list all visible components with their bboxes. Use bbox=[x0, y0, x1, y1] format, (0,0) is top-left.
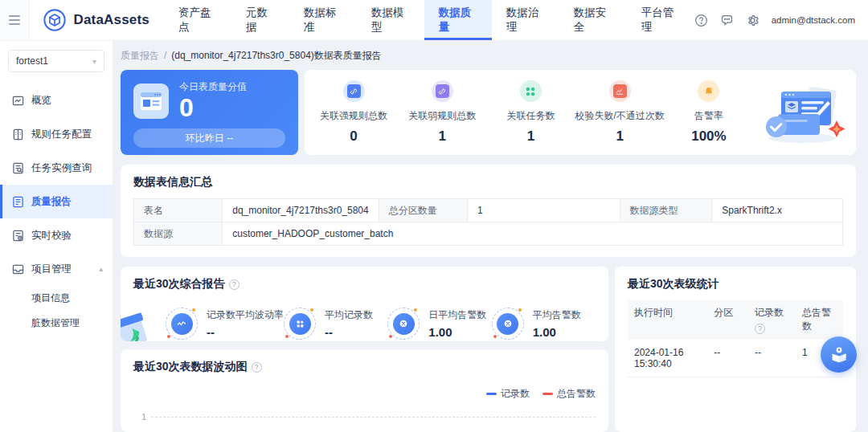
sidebar-item-task-instance-query[interactable]: 任务实例查询 bbox=[0, 151, 113, 185]
info-label-table-name: 表名 bbox=[134, 199, 223, 222]
main-nav: 资产盘点 元数据 数据标准 数据模型 数据质量 数据治理 数据安全 平台管理 bbox=[164, 0, 694, 40]
cell-partition: -- bbox=[707, 340, 748, 377]
metric-label: 平均告警数 bbox=[533, 308, 581, 322]
sidebar-item-overview[interactable]: 概览 bbox=[0, 84, 113, 117]
rule-config-icon bbox=[12, 128, 24, 141]
tab-metadata[interactable]: 元数据 bbox=[231, 0, 289, 40]
tab-data-quality[interactable]: 数据质量 bbox=[424, 0, 492, 40]
metric-label: 平均记录数 bbox=[325, 308, 373, 322]
info-card-title: 数据表信息汇总 bbox=[133, 175, 843, 190]
settings-gear-icon[interactable] bbox=[746, 14, 760, 27]
sidebar-item-rule-task-config[interactable]: 规则任务配置 bbox=[0, 117, 113, 151]
tab-data-security[interactable]: 数据安全 bbox=[559, 0, 627, 40]
stat-weak-rules: 关联弱规则总数 1 bbox=[398, 80, 486, 145]
sidebar-item-label: 质量报告 bbox=[31, 195, 72, 209]
report-window-icon bbox=[133, 84, 169, 119]
tab-platform-management[interactable]: 平台管理 bbox=[627, 0, 694, 40]
chart-card-title: 最近30次表数据波动图 bbox=[133, 360, 248, 374]
sidebar-item-label: 规则任务配置 bbox=[31, 128, 92, 141]
chart-legend: 记录数 总告警数 bbox=[133, 387, 596, 401]
stat-tasks: 关联任务数 1 bbox=[486, 80, 575, 145]
stat-label: 关联任务数 bbox=[506, 109, 555, 123]
sidebar-subitem-project-info[interactable]: 项目信息 bbox=[0, 286, 113, 311]
metric-daily-avg-alerts: 日平均告警数 1.00 bbox=[387, 308, 491, 340]
brand[interactable]: DataAssets bbox=[30, 0, 158, 40]
stat-label: 关联弱规则总数 bbox=[408, 109, 476, 123]
col-records-label: 记录数 bbox=[755, 307, 784, 318]
user-email[interactable]: admin@dtstack.com bbox=[772, 15, 855, 25]
metric-value: -- bbox=[325, 325, 373, 339]
brand-name: DataAssets bbox=[73, 12, 149, 28]
stat-label: 校验失败/不通过次数 bbox=[575, 109, 665, 123]
doc-illustration bbox=[121, 301, 167, 341]
main-content: 质量报告 / (dq_monitor_4j7217ths3r0_5804)数据表… bbox=[113, 41, 868, 432]
tab-data-model[interactable]: 数据模型 bbox=[357, 0, 424, 40]
realtime-validation-icon bbox=[12, 230, 24, 242]
project-management-icon bbox=[12, 263, 24, 275]
summary-card-title: 最近30次综合报告 bbox=[133, 277, 225, 291]
sidebar-subitem-label: 脏数据管理 bbox=[31, 316, 80, 330]
legend-item-total-alerts[interactable]: 总告警数 bbox=[542, 387, 596, 401]
header-right: admin@dtstack.com bbox=[694, 0, 868, 40]
table-info-card: 数据表信息汇总 表名 dq_monitor_4j7217ths3r0_5804 … bbox=[121, 165, 856, 257]
metric-avg-records: 平均记录数 -- bbox=[284, 308, 387, 340]
metric-value: -- bbox=[207, 325, 284, 339]
tab-data-standard[interactable]: 数据标准 bbox=[289, 0, 357, 40]
info-value-partition-count: 1 bbox=[467, 199, 620, 222]
legend-label: 记录数 bbox=[501, 387, 530, 401]
legend-item-records[interactable]: 记录数 bbox=[486, 387, 530, 401]
map-book-icon bbox=[829, 344, 850, 365]
level-card-title: 最近30次表级统计 bbox=[628, 277, 843, 291]
score-label: 今日表质量分值 bbox=[179, 80, 247, 94]
metric-value: 1.00 bbox=[533, 325, 581, 339]
sidebar-subitem-dirty-data-management[interactable]: 脏数据管理 bbox=[0, 311, 113, 336]
info-label-source-type: 数据源类型 bbox=[620, 199, 712, 222]
sidebar-item-project-management[interactable]: 项目管理 ▴ bbox=[0, 252, 113, 286]
help-icon[interactable] bbox=[694, 14, 708, 27]
project-select-value: fortest1 bbox=[16, 55, 48, 67]
sidebar-item-realtime-validation[interactable]: 实时校验 bbox=[0, 218, 113, 252]
sidebar: fortest1 ▾ 概览 规则任务配置 任务实例查询 质量报告 bbox=[0, 41, 113, 432]
metric-avg-alerts: 平均告警数 1.00 bbox=[492, 308, 596, 340]
col-partition: 分区 bbox=[707, 300, 748, 340]
alert-count-icon bbox=[492, 308, 524, 340]
project-select[interactable]: fortest1 ▾ bbox=[8, 50, 104, 72]
fluctuation-chart-card: 最近30次表数据波动图 ? 记录数 总告警数 bbox=[121, 349, 608, 432]
breadcrumb-parent[interactable]: 质量报告 bbox=[121, 49, 159, 63]
help-circle-icon[interactable]: ? bbox=[229, 279, 240, 290]
overview-icon bbox=[12, 95, 24, 107]
guide-map-button[interactable] bbox=[821, 336, 857, 373]
sidebar-subitem-label: 项目信息 bbox=[31, 291, 70, 305]
table-row: 表名 dq_monitor_4j7217ths3r0_5804 总分区数量 1 … bbox=[134, 199, 843, 222]
level-stats-card: 最近30次表级统计 执行时间 分区 记录数 ? 总告警数 2024-01-16 … bbox=[615, 267, 856, 432]
level-stats-table: 执行时间 分区 记录数 ? 总告警数 2024-01-16 15:30:40 -… bbox=[628, 300, 843, 377]
breadcrumb-current: (dq_monitor_4j7217ths3r0_5804)数据表质量报告 bbox=[171, 49, 381, 63]
feedback-icon[interactable] bbox=[720, 14, 734, 27]
col-total-alerts: 总告警数 bbox=[796, 300, 843, 340]
kpi-row: 今日表质量分值 0 环比昨日 -- 关联强规则总数 0 bbox=[121, 70, 856, 155]
info-value-table-name: dq_monitor_4j7217ths3r0_5804 bbox=[223, 199, 379, 222]
lower-section: 最近30次综合报告 ? 记录数平均波动率 -- bbox=[121, 267, 856, 432]
table-header-row: 执行时间 分区 记录数 ? 总告警数 bbox=[628, 300, 843, 340]
tab-asset-inventory[interactable]: 资产盘点 bbox=[164, 0, 231, 40]
alert-bell-icon bbox=[698, 80, 719, 102]
sidebar-item-label: 任务实例查询 bbox=[31, 161, 92, 175]
chevron-up-icon[interactable]: ▴ bbox=[99, 265, 103, 273]
stat-failures: 校验失败/不通过次数 1 bbox=[575, 80, 665, 145]
tab-data-governance[interactable]: 数据治理 bbox=[492, 0, 559, 40]
table-row: 2024-01-16 15:30:40 -- -- 1 bbox=[628, 340, 843, 377]
sidebar-item-quality-report[interactable]: 质量报告 bbox=[0, 185, 113, 218]
col-records: 记录数 ? bbox=[748, 300, 796, 340]
help-circle-icon[interactable]: ? bbox=[755, 324, 765, 334]
legend-dash bbox=[542, 393, 553, 395]
metric-avg-fluctuation: 记录数平均波动率 -- bbox=[166, 308, 284, 340]
compare-yesterday-pill[interactable]: 环比昨日 -- bbox=[133, 128, 285, 148]
stat-value: 100% bbox=[691, 128, 726, 145]
menu-toggle-button[interactable] bbox=[0, 0, 30, 40]
tasks-grid-icon bbox=[520, 80, 542, 102]
col-exec-time: 执行时间 bbox=[628, 300, 707, 340]
app-window: DataAssets 资产盘点 元数据 数据标准 数据模型 数据质量 数据治理 … bbox=[0, 0, 868, 432]
sidebar-item-label: 概览 bbox=[31, 94, 51, 108]
summary-report-card: 最近30次综合报告 ? 记录数平均波动率 -- bbox=[121, 267, 608, 341]
help-circle-icon[interactable]: ? bbox=[252, 362, 262, 373]
